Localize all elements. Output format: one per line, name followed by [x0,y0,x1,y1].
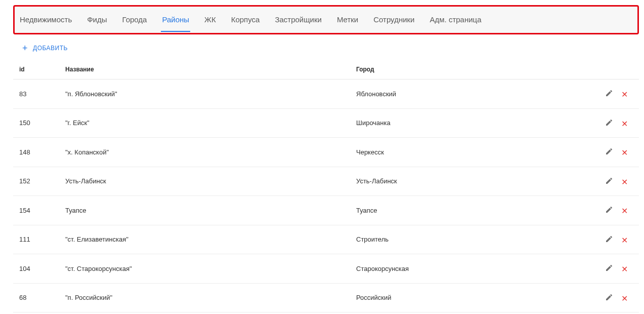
tab-7[interactable]: Метки [336,8,359,32]
tab-0[interactable]: Недвижимость [19,8,73,32]
cell-id: 68 [13,283,61,312]
plus-icon: + [22,44,28,53]
cell-actions: ✕ [593,138,639,167]
table-row: 150"г. Ейск"Широчанка✕ [13,108,639,138]
delete-icon[interactable]: ✕ [619,206,630,217]
cell-id: 111 [13,225,61,254]
cell-city: Туапсе [352,196,593,225]
edit-icon[interactable] [604,233,615,245]
cell-name: "г. Ейск" [61,108,352,138]
delete-icon[interactable]: ✕ [619,293,630,304]
cell-city: Строитель [352,225,593,254]
edit-icon[interactable] [604,117,615,128]
delete-icon[interactable]: ✕ [619,264,630,275]
cell-name: "ст. Елизаветинская" [61,225,352,254]
cell-actions: ✕ [593,254,639,284]
cell-name: Усть-Лабинск [61,167,352,196]
cell-name: Туапсе [61,196,352,225]
cell-city: Широчанка [352,108,593,138]
cell-id: 104 [13,254,61,284]
table-row: 111"ст. Елизаветинская"Строитель✕ [13,225,639,254]
tab-2[interactable]: Города [121,8,148,32]
tabs-container: НедвижимостьФидыГородаРайоныЖККорпусаЗас… [13,5,639,34]
cell-city: Яблоновский [352,80,593,109]
cell-id: 148 [13,138,61,167]
table-row: 104"ст. Старокорсунская"Старокорсунская✕ [13,254,639,284]
tab-5[interactable]: Корпуса [230,8,261,32]
table-row: 148"х. Копанской"Черкесск✕ [13,138,639,167]
cell-actions: ✕ [593,225,639,254]
delete-icon[interactable]: ✕ [619,176,630,187]
app-viewport: НедвижимостьФидыГородаРайоныЖККорпусаЗас… [0,0,644,314]
table-row: 154ТуапсеТуапсе✕ [13,196,639,225]
edit-icon[interactable] [604,88,615,99]
cell-id: 154 [13,196,61,225]
delete-icon[interactable]: ✕ [619,89,630,100]
tab-4[interactable]: ЖК [203,8,217,32]
tab-3[interactable]: Районы [161,8,190,32]
edit-icon[interactable] [604,292,615,303]
cell-name: "х. Копанской" [61,138,352,167]
cell-actions: ✕ [593,108,639,138]
add-button-label: Добавить [33,45,68,52]
cell-actions: ✕ [593,312,639,315]
add-button[interactable]: + Добавить [13,38,639,60]
cell-name: "п. Российский" [61,283,352,312]
cell-id: 150 [13,108,61,138]
edit-icon[interactable] [604,204,615,215]
tab-1[interactable]: Фиды [86,8,108,32]
col-header-city: Город [352,60,593,80]
tab-9[interactable]: Адм. страница [428,8,482,32]
table-row: 68"п. Российский"Российский✕ [13,283,639,312]
table-row: 100"Ростовское шоссе"Родник✕ [13,312,639,315]
cell-name: "п. Яблоновский" [61,80,352,109]
col-header-id: id [13,60,61,80]
cell-id: 100 [13,312,61,315]
delete-icon[interactable]: ✕ [619,147,630,159]
cell-actions: ✕ [593,80,639,109]
cell-name: "ст. Старокорсунская" [61,254,352,284]
edit-icon[interactable] [604,146,615,157]
delete-icon[interactable]: ✕ [619,234,630,246]
col-header-name: Название [61,60,352,80]
cell-city: Российский [352,283,593,312]
cell-name: "Ростовское шоссе" [61,312,352,315]
tab-6[interactable]: Застройщики [274,8,323,32]
districts-table: id Название Город 83"п. Яблоновский"Ябло… [13,60,639,314]
cell-actions: ✕ [593,167,639,196]
table-row: 152Усть-ЛабинскУсть-Лабинск✕ [13,167,639,196]
tab-8[interactable]: Сотрудники [372,8,415,32]
cell-city: Старокорсунская [352,254,593,284]
cell-id: 152 [13,167,61,196]
cell-actions: ✕ [593,283,639,312]
table-row: 83"п. Яблоновский"Яблоновский✕ [13,80,639,109]
cell-actions: ✕ [593,196,639,225]
cell-city: Черкесск [352,138,593,167]
cell-city: Усть-Лабинск [352,167,593,196]
cell-id: 83 [13,80,61,109]
edit-icon[interactable] [604,262,615,273]
edit-icon[interactable] [604,175,615,186]
delete-icon[interactable]: ✕ [619,118,630,129]
cell-city: Родник [352,312,593,315]
col-header-actions [593,60,639,80]
